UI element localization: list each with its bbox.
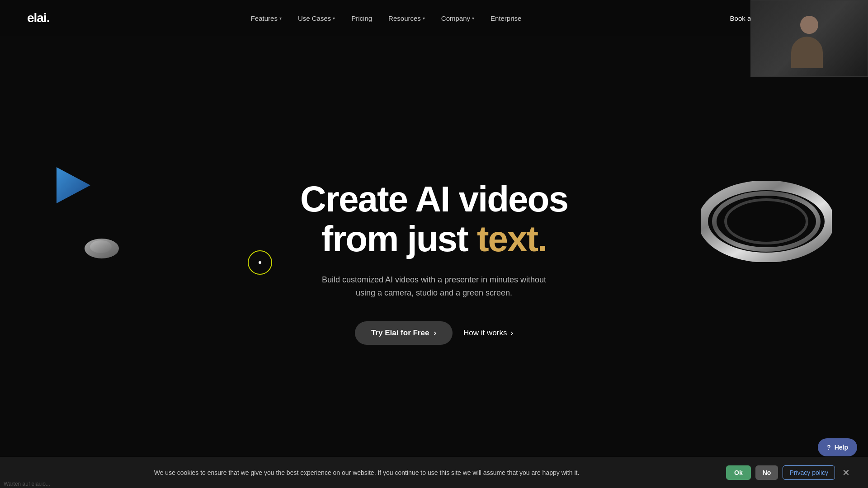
person-head: [800, 16, 818, 34]
chevron-down-icon: ▾: [279, 16, 282, 21]
shell-decoration: [84, 235, 120, 262]
close-icon: ✕: [842, 468, 850, 478]
hero-subtitle: Build customized AI videos with a presen…: [316, 273, 552, 300]
person-body: [791, 37, 823, 68]
svg-point-3: [703, 185, 830, 258]
status-text: Warten auf elai.io...: [4, 481, 50, 487]
status-bar: Warten auf elai.io...: [0, 480, 54, 488]
cookie-actions: Ok No Privacy policy: [726, 465, 835, 480]
chevron-down-icon: ▾: [472, 16, 474, 21]
help-button[interactable]: ? Help: [818, 438, 857, 456]
cursor-dot: [259, 261, 261, 264]
cookie-message: We use cookies to ensure that we give yo…: [18, 469, 715, 476]
logo[interactable]: elai.: [27, 11, 49, 25]
svg-point-5: [726, 200, 807, 243]
svg-point-2: [90, 240, 112, 253]
help-icon: ?: [827, 444, 831, 451]
try-free-button[interactable]: Try Elai for Free ›: [355, 321, 453, 345]
cookie-privacy-button[interactable]: Privacy policy: [783, 465, 835, 480]
hero-title: Create AI videos from just text.: [300, 179, 568, 259]
nav-links: Features ▾ Use Cases ▾ Pricing Resources…: [251, 14, 522, 22]
how-it-works-button[interactable]: How it works ›: [463, 328, 513, 338]
svg-point-4: [714, 193, 818, 249]
cookie-banner: We use cookies to ensure that we give yo…: [0, 457, 868, 488]
arrow-right-icon: ›: [434, 328, 436, 338]
chevron-down-icon: ▾: [423, 16, 425, 21]
video-face: [751, 0, 868, 76]
nav-item-resources[interactable]: Resources ▾: [388, 14, 425, 22]
play-shape-decoration: [50, 163, 95, 208]
nav-item-features[interactable]: Features ▾: [251, 14, 282, 22]
nav-item-enterprise[interactable]: Enterprise: [491, 14, 521, 22]
chevron-down-icon: ▾: [333, 16, 335, 21]
hero-section: Create AI videos from just text. Build c…: [0, 0, 868, 488]
ring-decoration: [701, 181, 832, 262]
nav-item-company[interactable]: Company ▾: [441, 14, 474, 22]
svg-marker-0: [57, 167, 90, 203]
arrow-right-icon: ›: [510, 328, 513, 338]
hero-buttons: Try Elai for Free › How it works ›: [355, 321, 513, 345]
video-overlay: [750, 0, 868, 77]
cookie-ok-button[interactable]: Ok: [726, 465, 751, 480]
cookie-no-button[interactable]: No: [755, 465, 778, 480]
cursor-indicator: [248, 250, 272, 275]
cookie-close-button[interactable]: ✕: [842, 467, 850, 478]
nav-item-pricing[interactable]: Pricing: [351, 14, 372, 22]
navbar: elai. Features ▾ Use Cases ▾ Pricing Res…: [0, 0, 868, 36]
person-silhouette: [791, 16, 827, 61]
nav-item-use-cases[interactable]: Use Cases ▾: [298, 14, 335, 22]
